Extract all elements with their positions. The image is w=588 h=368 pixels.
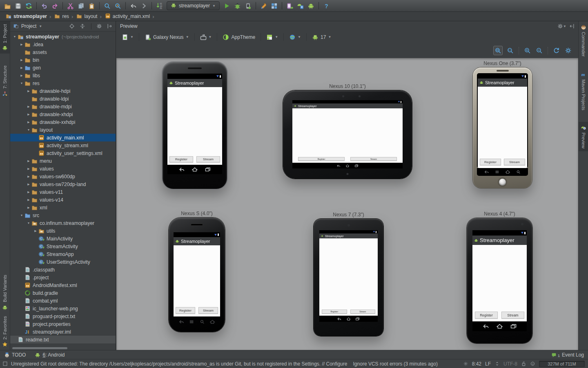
tree-expanded-icon[interactable]: ▼: [26, 222, 31, 224]
sdk-button[interactable]: [295, 1, 305, 11]
gear-icon[interactable]: [96, 23, 102, 29]
stream-button[interactable]: Stream: [501, 312, 524, 319]
ignore-vcs-errors-link[interactable]: Ignore VCS root errors (3 minutes ago): [353, 361, 438, 367]
hide-panel-icon[interactable]: [569, 23, 575, 29]
collapse-all-icon[interactable]: [80, 23, 85, 29]
tree-item[interactable]: ▼res: [10, 79, 116, 87]
stream-button[interactable]: Stream: [504, 159, 525, 165]
tree-item[interactable]: assets: [10, 48, 116, 56]
tree-expanded-icon[interactable]: ▼: [26, 128, 31, 131]
theme-chooser[interactable]: AppTheme: [221, 33, 257, 41]
help-button[interactable]: ?: [321, 1, 332, 11]
register-button[interactable]: Register: [169, 156, 193, 162]
register-button[interactable]: Register: [176, 307, 195, 314]
tree-item[interactable]: .classpath: [10, 266, 116, 274]
tree-item[interactable]: CUserSettingsActivity: [10, 258, 116, 266]
tree-item[interactable]: activity_user_settings.xml: [10, 149, 116, 157]
redo-button[interactable]: [50, 1, 60, 11]
play-button[interactable]: [222, 1, 232, 11]
tree-item[interactable]: JIstreamoplayer.iml: [10, 328, 116, 336]
tree-item[interactable]: ▶gen: [10, 64, 116, 72]
tree-item[interactable]: ▶xml: [10, 204, 116, 211]
tree-collapsed-icon[interactable]: ▶: [26, 121, 31, 124]
locale-chooser[interactable]: ▼: [287, 33, 303, 41]
nav-back-button[interactable]: [128, 1, 138, 11]
undo-button[interactable]: [39, 1, 49, 11]
tool-tab-android[interactable]: 6: Android: [35, 352, 65, 358]
stream-button[interactable]: Stream: [196, 156, 220, 162]
paste-button[interactable]: [87, 1, 97, 11]
tree-collapsed-icon[interactable]: ▶: [19, 58, 24, 62]
tool-tab-maven[interactable]: m Maven Projects: [579, 69, 588, 113]
background-tasks-icon[interactable]: [463, 361, 468, 366]
proj-struct-button[interactable]: [269, 1, 279, 11]
breadcrumb-item[interactable]: layout: [74, 12, 99, 21]
tree-collapsed-icon[interactable]: ▶: [26, 90, 31, 93]
tree-item[interactable]: ▼src: [10, 211, 116, 219]
replace-button[interactable]: A: [113, 1, 123, 11]
stream-button[interactable]: Stream: [198, 307, 218, 314]
zoom-to-fit-button[interactable]: [493, 46, 503, 55]
breadcrumb-item[interactable]: res: [52, 12, 71, 21]
tree-collapsed-icon[interactable]: ▶: [26, 159, 31, 163]
tool-tab-favorites[interactable]: 2: Favorites: [0, 313, 10, 350]
hide-panel-icon[interactable]: [107, 23, 113, 29]
inspections-icon[interactable]: [530, 361, 535, 366]
tree-item[interactable]: ▶utils: [10, 227, 116, 235]
tree-item[interactable]: ▶menu: [10, 157, 116, 165]
checkbox-icon[interactable]: [2, 361, 8, 366]
layout-variant-chooser[interactable]: ▼: [265, 33, 280, 41]
register-button[interactable]: Register: [322, 310, 347, 314]
attach-button[interactable]: [243, 1, 253, 11]
lock-icon[interactable]: [521, 361, 526, 366]
tree-item[interactable]: build.gradle: [10, 289, 116, 297]
cursor-position[interactable]: 8:42: [472, 361, 481, 367]
tree-collapsed-icon[interactable]: ▶: [26, 191, 31, 194]
tree-item[interactable]: activity_main.xml: [10, 134, 116, 141]
breadcrumb-item[interactable]: streamoplayer: [3, 12, 49, 21]
device-chooser[interactable]: Galaxy Nexus ▼: [143, 33, 191, 41]
actual-size-button[interactable]: 1:1: [506, 46, 514, 55]
tree-item[interactable]: ▶values: [10, 165, 116, 173]
tree-item[interactable]: CStreamActivity: [10, 242, 116, 250]
linenum-button[interactable]: 011001: [154, 1, 165, 11]
tool-tab-todo[interactable]: TODO: [4, 352, 26, 358]
gear-icon[interactable]: [557, 23, 563, 29]
cut-button[interactable]: [65, 1, 76, 11]
chevron-down-icon[interactable]: ▼: [39, 25, 42, 28]
tree-item[interactable]: ▶drawable-xxhdpi: [10, 118, 116, 126]
tree-collapsed-icon[interactable]: ▶: [26, 167, 31, 171]
tree-item[interactable]: readme.txt: [10, 336, 116, 343]
register-button[interactable]: Register: [480, 159, 501, 165]
tree-item[interactable]: ▶bin: [10, 56, 116, 64]
tree-collapsed-icon[interactable]: ▶: [26, 206, 31, 209]
nav-fwd-button[interactable]: [139, 1, 149, 11]
register-button[interactable]: Register: [298, 157, 345, 161]
tool-tab-commander[interactable]: Commander: [579, 21, 588, 60]
debug-button[interactable]: [232, 1, 243, 11]
tree-item[interactable]: ▶values-v11: [10, 188, 116, 196]
tree-item[interactable]: CStreamoApp: [10, 250, 116, 258]
locate-icon[interactable]: [69, 23, 75, 29]
open-button[interactable]: [2, 1, 13, 11]
tree-item[interactable]: AndroidManifest.xml: [10, 281, 116, 289]
horizontal-scrollbar[interactable]: [10, 346, 116, 350]
tree-expanded-icon[interactable]: ▼: [19, 214, 24, 217]
refresh-button[interactable]: [552, 46, 561, 55]
tree-item[interactable]: ▶values-sw720dp-land: [10, 180, 116, 188]
tree-item[interactable]: .project: [10, 274, 116, 281]
find-button[interactable]: [102, 1, 112, 11]
tree-collapsed-icon[interactable]: ▶: [26, 198, 31, 202]
tool-tab-build-variants[interactable]: Build Variants: [0, 272, 10, 313]
breadcrumb-item[interactable]: activity_main.xml: [102, 12, 151, 21]
tree-item[interactable]: ▶.idea: [10, 40, 116, 48]
tree-collapsed-icon[interactable]: ▶: [26, 183, 31, 186]
tree-item[interactable]: ▼streamoplayer(~/projects/android: [10, 33, 116, 40]
tree-item[interactable]: ▼layout: [10, 126, 116, 134]
monitor-button[interactable]: [306, 1, 316, 11]
tree-item[interactable]: project.properties: [10, 320, 116, 328]
tree-item[interactable]: ▶values-sw600dp: [10, 173, 116, 180]
register-button[interactable]: Register: [475, 312, 498, 319]
sync-button[interactable]: [24, 1, 34, 11]
configuration-chooser[interactable]: ▼: [120, 33, 135, 41]
